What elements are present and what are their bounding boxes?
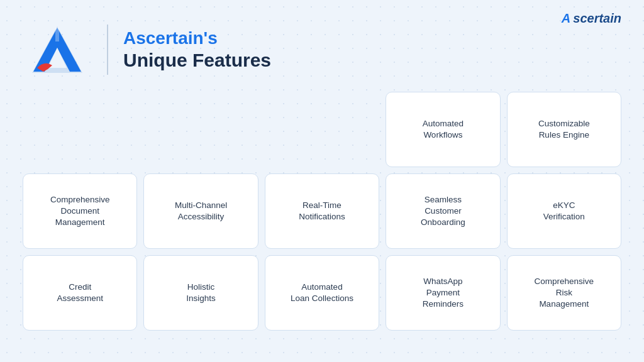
card-automated-workflows: AutomatedWorkflows [386,92,500,167]
card-label: SeamlessCustomerOnboarding [421,194,465,229]
card-real-time-notifications: Real-TimeNotifications [265,173,379,249]
top-right-logo: A scertain [562,11,621,26]
card-label: Real-TimeNotifications [299,200,345,222]
card-multi-channel-accessibility: Multi-ChannelAccessibility [143,173,258,249]
card-label: CreditAssessment [57,282,103,304]
header-section: Ascertain's Unique Features [23,21,621,78]
card-holistic-insights: HolisticInsights [143,255,258,331]
main-logo [23,21,92,78]
card-label: eKYCVerification [543,200,585,222]
card-seamless-customer-onboarding: SeamlessCustomerOnboarding [386,173,500,249]
headline-line2: Unique Features [123,49,271,72]
card-label: ComprehensiveDocumentManagement [50,194,110,229]
card-credit-assessment: CreditAssessment [23,255,137,331]
features-grid: AutomatedWorkflows CustomizableRules Eng… [23,92,621,331]
logo-a-symbol: A [562,11,570,26]
card-label: HolisticInsights [186,282,216,304]
logo-name: scertain [573,11,621,26]
card-comprehensive-document-management: ComprehensiveDocumentManagement [23,173,137,249]
headline-line1: Ascertain's [123,28,271,49]
card-customizable-rules-engine: CustomizableRules Engine [507,92,621,167]
card-label: ComprehensiveRiskManagement [535,276,594,310]
card-comprehensive-risk-management: ComprehensiveRiskManagement [507,255,621,331]
card-whatsapp-payment-reminders: WhatsAppPaymentReminders [386,255,500,331]
header-placeholder [23,92,379,167]
card-ekyc-verification: eKYCVerification [507,173,621,249]
svg-rect-2 [55,28,59,41]
card-label: AutomatedWorkflows [423,118,464,141]
card-automated-loan-collections: AutomatedLoan Collections [265,255,379,331]
card-label: AutomatedLoan Collections [291,282,353,304]
card-label: CustomizableRules Engine [538,118,590,141]
page: A scertain Ascertain's Unique Features [0,0,644,362]
card-label: WhatsAppPaymentReminders [423,276,464,310]
header-divider [107,25,108,75]
card-label: Multi-ChannelAccessibility [175,200,227,222]
logo-svg [26,24,89,75]
headline-block: Ascertain's Unique Features [123,28,271,72]
